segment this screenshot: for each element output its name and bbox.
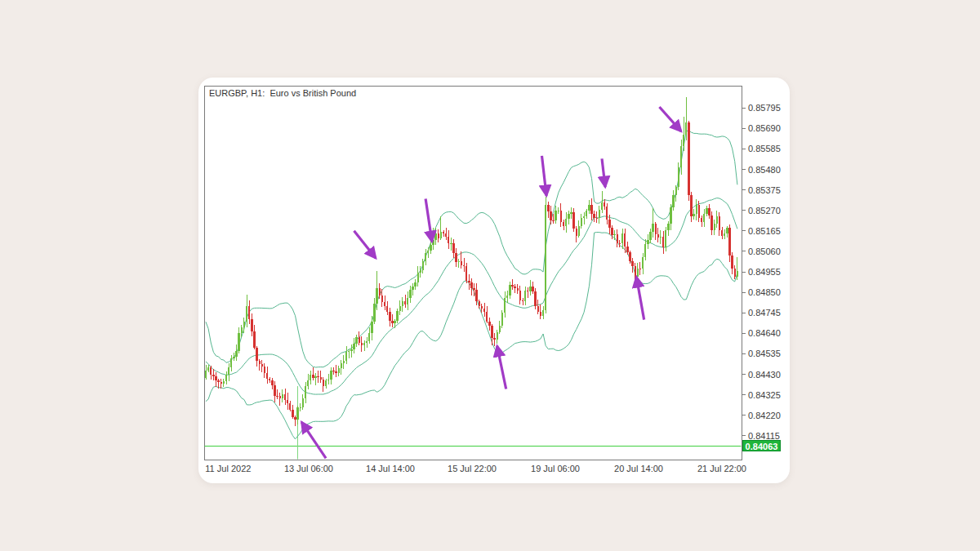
candle-body [266,373,268,379]
candle-body [483,309,485,311]
candle-body [593,214,595,218]
candle-body [343,361,345,363]
y-tick-label: 0.85480 [748,165,781,175]
candle-body [578,226,580,236]
candle-body [604,202,605,207]
candle-body [381,295,383,302]
candle-body [448,237,449,243]
candle-body [384,302,385,306]
candle-body [493,338,495,339]
y-tick-label: 0.84430 [748,370,781,380]
candle-body [279,396,281,398]
candle-body [434,233,436,239]
y-tick-label: 0.85060 [748,247,781,256]
candle-body [327,380,329,381]
candle-body [427,251,429,254]
candle-body [675,187,677,195]
candle-body [624,233,626,246]
candle-body [637,269,639,277]
candle-body [233,357,234,358]
candle-body [376,288,377,304]
candle-body [678,167,679,187]
candle-body [440,232,442,238]
candle-body [402,301,403,306]
candle-body [274,385,275,396]
candle-body [550,211,551,220]
candle-body [396,311,398,321]
candle-body [312,375,314,379]
candle-body [583,216,585,218]
candle-body [721,230,723,236]
candle-body [655,224,657,234]
candle-body [468,281,470,282]
candle-body [317,376,318,378]
candle-body [330,371,332,380]
candle-body [425,253,426,261]
candle-body [230,358,232,367]
y-tick-label: 0.85270 [748,206,781,216]
y-tick-label: 0.84535 [748,349,781,358]
candle-body [394,321,395,323]
candle-body [560,211,562,222]
candle-body [407,298,408,304]
candle-body [420,270,421,273]
candle-body [647,240,648,245]
candle-body [514,287,515,288]
candle-body [696,205,697,215]
candle-body [300,407,301,408]
candle-body [672,195,674,207]
candle-body [499,326,501,332]
candle-body [619,243,621,244]
candle-body [325,380,327,386]
candle-body [220,382,222,384]
candle-body [391,321,393,323]
candle-body [430,245,431,251]
candle-body [570,212,572,214]
candle-body [452,243,454,253]
candle-body [373,304,375,322]
candle-body [292,410,293,417]
x-tick-label: 11 Jul 2022 [205,464,251,473]
candle-body [683,135,684,146]
candle-body [212,375,214,376]
candle-body [338,368,340,373]
candle-body [737,271,738,277]
candle-body [210,367,212,374]
candle-body [289,403,291,409]
candle-body [524,291,526,301]
candle-body [621,233,623,243]
candle-body [698,205,700,219]
candle-body [716,216,718,224]
candle-body [565,219,567,226]
candle-body [644,244,646,257]
candle-body [491,326,492,338]
candle-body [259,361,261,364]
y-tick-label: 0.84745 [748,308,781,318]
candle-body [241,327,243,333]
candle-body [414,282,416,286]
candle-body [724,233,725,236]
candle-body [284,394,286,400]
candle-body [545,205,546,310]
y-axis: 0.857950.856900.855850.854800.853750.852… [742,103,781,441]
y-tick-label: 0.84640 [748,328,781,338]
candle-body [320,377,322,380]
candlestick-chart[interactable]: 0.857950.856900.855850.854800.853750.852… [198,78,790,483]
chart-card: 0.857950.856900.855850.854800.853750.852… [198,78,790,483]
candle-body [215,376,216,380]
current-price-tag: 0.84063 [742,440,781,451]
candle-body [714,224,715,230]
candle-body [355,337,357,344]
candle-body [629,252,630,261]
candle-body [670,207,671,224]
candle-body [473,288,474,290]
candle-body [341,363,342,368]
candle-body [639,269,641,269]
candle-body [590,205,592,215]
candle-body [269,379,270,380]
candle-body [256,348,257,360]
candle-body [601,202,603,210]
candle-body [305,386,306,398]
candle-body [693,214,694,216]
candle-body [631,261,633,266]
